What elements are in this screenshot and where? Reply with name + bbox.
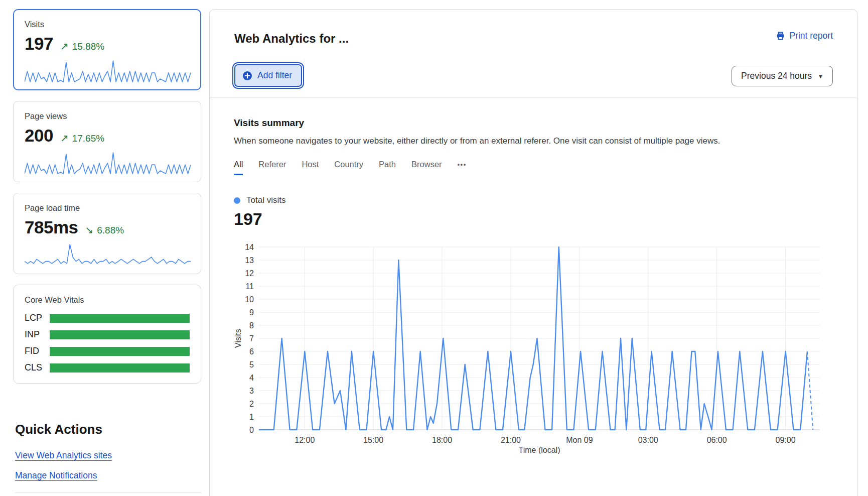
visits-chart-container: 0123456789101112131412:0015:0018:0021:00… — [234, 242, 833, 456]
vitals-label: LCP — [25, 313, 50, 323]
svg-text:5: 5 — [249, 360, 254, 369]
dimension-tabs: All Referer Host Country Path Browser ••… — [234, 160, 833, 175]
visits-line-chart: 0123456789101112131412:0015:0018:0021:00… — [234, 242, 834, 454]
svg-text:Time (local): Time (local) — [519, 446, 560, 454]
page-title: Web Analytics for ... — [234, 32, 349, 46]
plus-circle-icon — [242, 71, 252, 81]
vitals-bar-good — [50, 314, 190, 323]
sidebar: Visits 197 ↗ 15.88% Page views 200 ↗ 17.… — [13, 9, 201, 493]
visits-summary-description: When someone navigates to your website, … — [234, 136, 833, 146]
page-load-sparkline-chart — [25, 242, 191, 267]
quick-actions-title: Quick Actions — [15, 422, 201, 437]
svg-text:14: 14 — [245, 243, 254, 252]
svg-text:7: 7 — [249, 334, 254, 343]
add-filter-label: Add filter — [257, 70, 292, 81]
svg-text:18:00: 18:00 — [432, 436, 452, 444]
metric-delta-value: 17.65% — [72, 133, 104, 144]
metric-card-page-views[interactable]: Page views 200 ↗ 17.65% — [13, 101, 201, 182]
printer-icon — [776, 31, 785, 41]
metric-delta-value: 6.88% — [97, 225, 124, 236]
tabs-more-button[interactable]: ••• — [458, 161, 467, 174]
svg-text:11: 11 — [245, 282, 254, 291]
trend-down-icon: ↘ — [85, 224, 93, 236]
add-filter-button[interactable]: Add filter — [234, 64, 302, 87]
page-views-sparkline-chart — [25, 151, 191, 175]
metric-delta: ↗ 17.65% — [60, 132, 104, 144]
panel-header: Web Analytics for ... Print report Add f… — [210, 10, 857, 97]
time-range-dropdown[interactable]: Previous 24 hours ▼ — [732, 66, 833, 86]
svg-text:9: 9 — [249, 308, 254, 317]
web-analytics-panel: Web Analytics for ... Print report Add f… — [209, 9, 857, 496]
svg-text:12: 12 — [245, 269, 254, 278]
sidebar-divider — [15, 492, 201, 493]
total-visits-legend-dot — [234, 197, 240, 204]
svg-text:21:00: 21:00 — [501, 436, 521, 444]
svg-text:3: 3 — [249, 387, 254, 395]
trend-up-icon: ↗ — [60, 132, 69, 144]
svg-text:15:00: 15:00 — [363, 436, 383, 444]
total-visits-value: 197 — [234, 209, 833, 229]
metric-value: 197 — [25, 34, 53, 54]
metric-value: 200 — [25, 126, 53, 146]
quick-actions-section: Quick Actions View Web Analytics sites M… — [13, 422, 201, 493]
svg-text:Mon 09: Mon 09 — [566, 436, 593, 444]
trend-up-icon: ↗ — [60, 40, 69, 52]
chart-legend: Total visits — [234, 195, 833, 205]
vitals-bar-good — [50, 347, 190, 356]
tab-host[interactable]: Host — [302, 160, 319, 175]
tab-referer[interactable]: Referer — [258, 160, 286, 175]
svg-text:12:00: 12:00 — [295, 436, 315, 444]
vitals-row-lcp: LCP — [25, 313, 190, 323]
svg-text:2: 2 — [249, 400, 254, 408]
visits-summary-title: Visits summary — [234, 117, 833, 129]
tab-browser[interactable]: Browser — [411, 160, 442, 175]
metric-delta: ↘ 6.88% — [85, 224, 124, 236]
svg-text:06:00: 06:00 — [707, 436, 727, 444]
svg-text:0: 0 — [249, 426, 254, 434]
metric-label: Page load time — [25, 203, 190, 213]
svg-text:09:00: 09:00 — [776, 436, 796, 444]
vitals-label: CLS — [25, 362, 50, 373]
svg-text:03:00: 03:00 — [638, 436, 658, 444]
vitals-title: Core Web Vitals — [25, 295, 190, 305]
vitals-label: INP — [25, 329, 50, 340]
svg-text:8: 8 — [249, 321, 254, 330]
metric-delta-value: 15.88% — [72, 41, 104, 52]
svg-text:13: 13 — [245, 256, 254, 265]
svg-text:6: 6 — [249, 347, 254, 356]
manage-notifications-link[interactable]: Manage Notifications — [15, 470, 97, 481]
vitals-row-cls: CLS — [25, 362, 190, 373]
vitals-label: FID — [25, 346, 50, 356]
metric-delta: ↗ 15.88% — [60, 40, 104, 52]
tab-country[interactable]: Country — [334, 160, 363, 175]
metric-label: Visits — [25, 20, 190, 29]
vitals-row-inp: INP — [25, 329, 190, 340]
svg-text:4: 4 — [249, 374, 254, 382]
svg-text:1: 1 — [249, 413, 254, 421]
visits-summary-section: Visits summary When someone navigates to… — [210, 117, 857, 456]
metric-card-page-load-time[interactable]: Page load time 785ms ↘ 6.88% — [13, 193, 201, 274]
metric-card-visits[interactable]: Visits 197 ↗ 15.88% — [13, 9, 201, 90]
metric-label: Page views — [25, 111, 190, 121]
visits-sparkline-chart — [25, 59, 191, 83]
core-web-vitals-card[interactable]: Core Web Vitals LCP INP FID CLS — [13, 285, 201, 384]
vitals-bar-good — [50, 363, 190, 373]
vitals-bar-good — [50, 330, 190, 339]
view-web-analytics-sites-link[interactable]: View Web Analytics sites — [15, 450, 112, 461]
svg-text:10: 10 — [245, 295, 254, 304]
vitals-row-fid: FID — [25, 346, 190, 356]
metric-value: 785ms — [25, 217, 78, 237]
time-range-value: Previous 24 hours — [741, 71, 812, 81]
svg-text:Visits: Visits — [234, 329, 242, 348]
tab-all[interactable]: All — [234, 160, 243, 175]
tab-path[interactable]: Path — [379, 160, 396, 175]
chevron-down-icon: ▼ — [818, 73, 823, 79]
total-visits-legend-label: Total visits — [246, 195, 285, 205]
print-report-link[interactable]: Print report — [776, 31, 833, 41]
print-report-label: Print report — [789, 31, 833, 41]
